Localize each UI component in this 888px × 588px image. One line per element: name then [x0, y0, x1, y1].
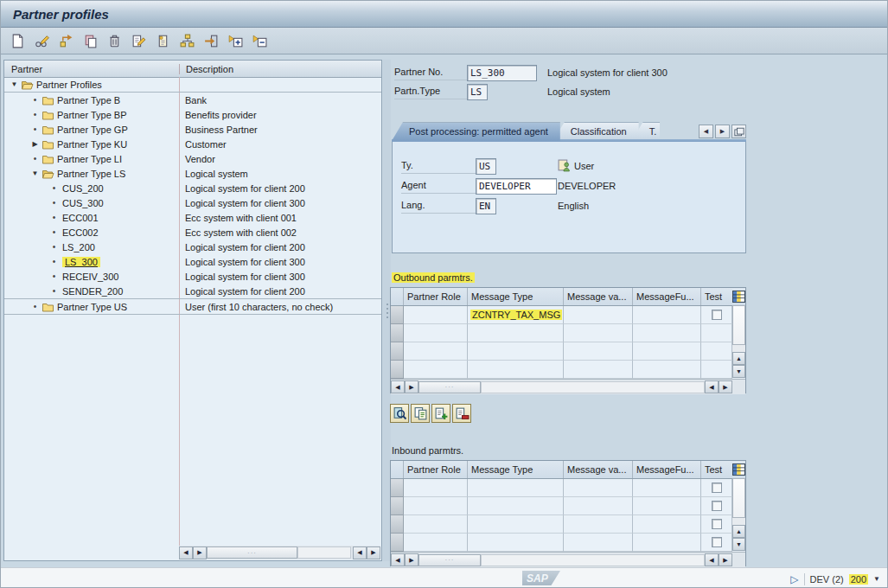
outbound-cell-partner-role[interactable]: [404, 361, 468, 379]
outbound-cell-message-va[interactable]: [564, 306, 633, 324]
outbound-cell-partner-role[interactable]: [404, 306, 468, 324]
scroll-down-icon[interactable]: ▼: [732, 538, 745, 551]
inbound-test-checkbox[interactable]: [712, 483, 722, 493]
language-field[interactable]: [476, 198, 496, 214]
inbound-hscroll-track[interactable]: [481, 554, 705, 566]
tree-row-partner-type-ku[interactable]: ▶Partner Type KUCustomer: [4, 137, 381, 151]
outbound-row-selector[interactable]: [391, 342, 404, 361]
inbound-row-selector[interactable]: [391, 534, 404, 552]
outbound-row[interactable]: [391, 361, 745, 379]
inbound-cell-partner-role[interactable]: [404, 479, 468, 497]
copy-as-icon[interactable]: [58, 33, 74, 49]
outbound-cell-messagefu[interactable]: [633, 361, 701, 379]
outbound-cell-test[interactable]: [701, 324, 732, 342]
tree-row-partner-type-ls[interactable]: ▼Partner Type LSLogical system: [4, 166, 381, 181]
table-settings-icon[interactable]: [732, 463, 745, 476]
inbound-cell-messagefu[interactable]: [633, 515, 701, 534]
copy-icon[interactable]: [82, 33, 99, 49]
agent-type-field[interactable]: [476, 158, 496, 175]
outbound-row-selector[interactable]: [391, 306, 404, 324]
tree-horizontal-scrollbar[interactable]: ◀ ▶ ··· ◀ ▶: [179, 546, 380, 559]
scroll-left-icon[interactable]: ◀: [391, 380, 405, 393]
tab-scroll-left-icon[interactable]: ◀: [699, 125, 713, 138]
inbound-vscroll-thumb[interactable]: [732, 478, 745, 518]
outbound-cell-messagefu[interactable]: [633, 324, 701, 342]
tree-row-partner-type-us[interactable]: •Partner Type USUser (first 10 character…: [4, 299, 381, 315]
inbound-cell-partner-role[interactable]: [404, 534, 468, 552]
inbound-row[interactable]: [391, 534, 745, 552]
change-icon[interactable]: [34, 33, 50, 49]
outbound-cell-message-type[interactable]: [468, 361, 564, 379]
scroll-left-icon[interactable]: ◀: [353, 546, 367, 559]
scroll-right-icon[interactable]: ▶: [367, 546, 380, 559]
inbound-cell-messagefu[interactable]: [633, 534, 701, 552]
inbound-row-selector[interactable]: [391, 479, 404, 497]
scroll-right-icon[interactable]: ▶: [193, 546, 207, 559]
inbound-test-checkbox[interactable]: [712, 519, 722, 529]
inbound-cell-partner-role[interactable]: [404, 497, 468, 515]
outbound-test-checkbox[interactable]: [712, 310, 722, 320]
inbound-cell-message-type[interactable]: [468, 479, 564, 497]
scroll-left-icon[interactable]: ◀: [391, 553, 405, 566]
inbound-cell-message-va[interactable]: [564, 497, 633, 515]
inbound-col-message-va[interactable]: Message va...: [564, 461, 633, 478]
scrollbar-thumb[interactable]: ···: [207, 546, 297, 559]
inbound-cell-test[interactable]: [701, 479, 732, 497]
display-button[interactable]: [390, 404, 409, 423]
inbound-test-checkbox[interactable]: [712, 537, 722, 547]
inbound-row-selector[interactable]: [391, 515, 404, 534]
outbound-hscroll-thumb[interactable]: ···: [418, 381, 481, 393]
inbound-vertical-scrollbar[interactable]: ▲▼: [732, 478, 745, 551]
scroll-up-icon[interactable]: ▲: [732, 352, 745, 365]
inbound-col-partner-role[interactable]: Partner Role: [404, 461, 468, 478]
outbound-row[interactable]: ZCNTRY_TAX_MSG: [391, 306, 745, 324]
tree-row-ecc001[interactable]: •ECC001Ecc system with client 001: [4, 210, 381, 225]
inbound-cell-messagefu[interactable]: [633, 479, 701, 497]
inbound-col-test[interactable]: Test: [701, 461, 732, 478]
tree-row-cus-200[interactable]: •CUS_200Logical system for client 200: [4, 181, 381, 195]
outbound-col-test[interactable]: Test: [701, 288, 732, 305]
collapse-all-icon[interactable]: [252, 33, 268, 49]
scroll-right-icon[interactable]: ▶: [405, 380, 418, 393]
goto-icon[interactable]: [203, 33, 220, 49]
docu-icon[interactable]: [155, 33, 171, 49]
outbound-cell-messagefu[interactable]: [633, 342, 701, 361]
outbound-col-message-type[interactable]: Message Type: [468, 288, 564, 305]
inbound-row[interactable]: [391, 497, 745, 515]
inbound-test-checkbox[interactable]: [712, 501, 722, 511]
scroll-up-icon[interactable]: ▲: [732, 525, 745, 538]
inbound-horizontal-scrollbar[interactable]: ◀▶···◀▶: [391, 552, 745, 567]
inbound-cell-test[interactable]: [701, 515, 732, 534]
partner-type-field[interactable]: [467, 84, 488, 100]
delete-line-button[interactable]: [452, 404, 471, 423]
outbound-cell-message-type[interactable]: ZCNTRY_TAX_MSG: [468, 306, 564, 324]
table-settings-icon[interactable]: [732, 291, 745, 304]
inbound-cell-message-va[interactable]: [564, 515, 633, 534]
tree-row-partner-type-bp[interactable]: •Partner Type BPBenefits provider: [4, 107, 381, 122]
outbound-row[interactable]: [391, 324, 745, 342]
inbound-cell-message-type[interactable]: [468, 534, 564, 552]
continue-icon[interactable]: ▷: [790, 573, 798, 585]
scroll-left-icon[interactable]: ◀: [179, 546, 193, 559]
outbound-col-message-va[interactable]: Message va...: [564, 288, 633, 305]
outbound-cell-test[interactable]: [701, 306, 732, 324]
outbound-horizontal-scrollbar[interactable]: ◀▶···◀▶: [391, 379, 745, 394]
scroll-right-icon[interactable]: ▶: [719, 553, 732, 566]
check-icon[interactable]: [131, 33, 147, 49]
tree-row-cus-300[interactable]: •CUS_300Logical system for client 300: [4, 195, 381, 210]
inbound-row[interactable]: [391, 515, 745, 534]
status-dropdown-icon[interactable]: ▼: [873, 575, 880, 583]
tree-row-ecc002[interactable]: •ECC002Ecc system with client 002: [4, 225, 381, 240]
tree-row-sender-200[interactable]: •SENDER_200Logical system for client 200: [4, 284, 381, 299]
inbound-col-messagefu[interactable]: MessageFu...: [633, 461, 701, 478]
tab-post-processing-permitted-agent[interactable]: Post processing: permitted agent: [392, 122, 560, 141]
outbound-hscroll-track[interactable]: [481, 381, 705, 393]
tab-overview-icon[interactable]: [731, 125, 746, 138]
outbound-cell-message-va[interactable]: [564, 361, 633, 379]
outbound-cell-partner-role[interactable]: [404, 324, 468, 342]
expand-node-icon[interactable]: ▶: [30, 140, 40, 148]
inbound-hscroll-thumb[interactable]: ···: [418, 554, 481, 566]
collapse-node-icon[interactable]: ▼: [30, 169, 40, 177]
inbound-cell-message-type[interactable]: [468, 497, 564, 515]
collapse-node-icon[interactable]: ▼: [10, 80, 19, 88]
